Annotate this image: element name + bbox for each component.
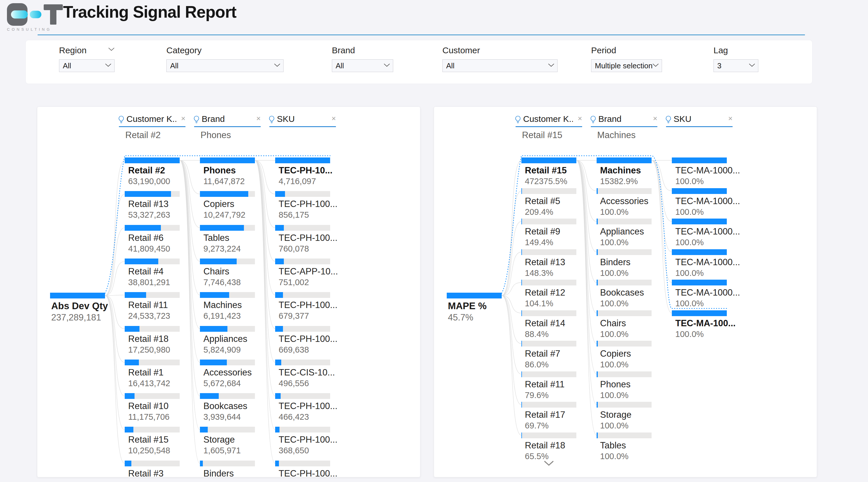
- node-bar-fill: [521, 188, 522, 194]
- filter-dropdown-category[interactable]: All: [166, 59, 283, 72]
- tree-node[interactable]: Accessories100.0%: [597, 188, 669, 217]
- tree-node[interactable]: TEC-MA-100...100.0%: [672, 310, 744, 339]
- tree-node[interactable]: TEC-MA-1000...100.0%: [672, 218, 744, 247]
- tree-node[interactable]: TEC-CIS-10...496,556: [275, 360, 347, 388]
- node-bar: [200, 326, 255, 332]
- node-value: 100.0%: [600, 391, 669, 400]
- tree-node[interactable]: Retail #15472375.5%: [521, 157, 594, 186]
- tree-node[interactable]: Retail #263,190,000: [125, 157, 197, 186]
- tree-node[interactable]: Retail #1124,533,723: [125, 292, 197, 321]
- lightbulb-icon[interactable]: [118, 115, 125, 126]
- tree-node[interactable]: Retail #12104.1%: [521, 280, 594, 308]
- tree-node[interactable]: Machines6,191,423: [200, 292, 272, 321]
- tree-node[interactable]: Storage100.0%: [597, 402, 669, 430]
- tree-node[interactable]: TEC-PH-100...679,377: [275, 292, 347, 321]
- node-value: 100.0%: [675, 268, 744, 278]
- root-node[interactable]: MAPE %45.7%: [447, 293, 519, 323]
- tree-node[interactable]: Phones100.0%: [597, 371, 669, 400]
- tree-node[interactable]: Bookcases3,939,644: [200, 393, 272, 422]
- tree-node[interactable]: Retail #9149.4%: [521, 218, 594, 247]
- lightbulb-icon[interactable]: [665, 115, 672, 126]
- node-bar: [275, 191, 330, 197]
- tree-node[interactable]: Copiers10,247,792: [200, 191, 272, 220]
- tree-node[interactable]: TEC-MA-1000...100.0%: [672, 157, 744, 186]
- node-bar-fill: [521, 218, 522, 224]
- tree-node[interactable]: Retail #1488.4%: [521, 310, 594, 339]
- tree-node[interactable]: Accessories5,672,684: [200, 360, 272, 388]
- node-name: Retail #11: [525, 379, 594, 390]
- node-bar: [521, 157, 576, 163]
- tree-node[interactable]: Retail #3: [125, 460, 197, 477]
- node-bar: [597, 188, 652, 194]
- more-chevron-icon[interactable]: [544, 460, 554, 468]
- tree-node[interactable]: Retail #5209.4%: [521, 188, 594, 217]
- tree-node[interactable]: Phones11,647,872: [200, 157, 272, 186]
- tree-node[interactable]: Tables100.0%: [597, 432, 669, 461]
- tree-node[interactable]: TEC-MA-1000...100.0%: [672, 280, 744, 308]
- tree-node[interactable]: Retail #13148.3%: [521, 249, 594, 278]
- node-bar-fill: [597, 157, 652, 163]
- node-name: TEC-CIS-10...: [279, 367, 347, 378]
- node-name: TEC-MA-1000...: [675, 227, 744, 237]
- lightbulb-icon[interactable]: [590, 115, 597, 126]
- tree-node[interactable]: Chairs100.0%: [597, 310, 669, 339]
- tree-node[interactable]: TEC-PH-100...: [275, 460, 347, 477]
- node-bar: [597, 402, 652, 408]
- filter-label: Region: [59, 46, 115, 55]
- tree-node[interactable]: Retail #1817,250,980: [125, 326, 197, 355]
- lightbulb-icon[interactable]: [193, 115, 200, 126]
- close-icon[interactable]: ×: [578, 115, 582, 122]
- tree-node[interactable]: Binders100.0%: [597, 249, 669, 278]
- tree-node[interactable]: Retail #1011,175,706: [125, 393, 197, 422]
- node-bar: [521, 188, 576, 194]
- root-node[interactable]: Abs Dev Qty237,289,181: [50, 293, 122, 323]
- tree-node[interactable]: Retail #116,413,742: [125, 360, 197, 388]
- tree-node[interactable]: TEC-PH-10...4,716,097: [275, 157, 347, 186]
- filter-dropdown-region[interactable]: All: [59, 59, 115, 72]
- tree-node[interactable]: TEC-MA-1000...100.0%: [672, 188, 744, 217]
- tree-node[interactable]: Appliances100.0%: [597, 218, 669, 247]
- node-name: Retail #18: [525, 440, 594, 451]
- close-icon[interactable]: ×: [181, 115, 185, 122]
- node-name: Chairs: [204, 266, 272, 277]
- node-name: TEC-PH-10...: [279, 165, 347, 176]
- node-name: Retail #15: [128, 434, 197, 445]
- filter-dropdown-customer[interactable]: All: [442, 59, 558, 72]
- node-bar: [275, 225, 330, 231]
- tree-node[interactable]: Retail #1353,327,263: [125, 191, 197, 220]
- tree-node[interactable]: Chairs7,746,438: [200, 259, 272, 287]
- filter-dropdown-brand[interactable]: All: [332, 59, 393, 72]
- tree-node[interactable]: Machines15382.9%: [597, 157, 669, 186]
- tree-node[interactable]: Retail #1865.5%: [521, 432, 594, 461]
- tree-node[interactable]: Bookcases100.0%: [597, 280, 669, 308]
- close-icon[interactable]: ×: [332, 115, 336, 122]
- filter-dropdown-lag[interactable]: 3: [713, 59, 758, 72]
- close-icon[interactable]: ×: [256, 115, 261, 122]
- close-icon[interactable]: ×: [728, 115, 733, 122]
- tree-node[interactable]: TEC-PH-100...856,175: [275, 191, 347, 220]
- logo-t-mark: [44, 3, 59, 26]
- tree-node[interactable]: Appliances5,824,909: [200, 326, 272, 355]
- chevron-down-icon[interactable]: [108, 47, 115, 52]
- tree-node[interactable]: TEC-PH-100...669,638: [275, 326, 347, 355]
- tree-node[interactable]: Storage1,605,971: [200, 427, 272, 455]
- tree-node[interactable]: TEC-PH-100...760,078: [275, 225, 347, 253]
- tree-node[interactable]: Retail #438,801,291: [125, 259, 197, 287]
- tree-node[interactable]: TEC-PH-100...466,423: [275, 393, 347, 422]
- tree-node[interactable]: TEC-APP-10...751,002: [275, 259, 347, 287]
- tree-node[interactable]: Retail #1769.7%: [521, 402, 594, 430]
- tree-node[interactable]: TEC-PH-100...368,650: [275, 427, 347, 455]
- tree-node[interactable]: Copiers100.0%: [597, 341, 669, 369]
- tree-node[interactable]: Retail #641,809,450: [125, 225, 197, 253]
- node-bar-fill: [597, 188, 598, 194]
- tree-node[interactable]: Retail #1179.6%: [521, 371, 594, 400]
- tree-node[interactable]: Binders: [200, 460, 272, 477]
- tree-node[interactable]: Retail #786.0%: [521, 341, 594, 369]
- tree-node[interactable]: Retail #1510,250,548: [125, 427, 197, 455]
- lightbulb-icon[interactable]: [268, 115, 275, 126]
- close-icon[interactable]: ×: [653, 115, 657, 122]
- tree-node[interactable]: TEC-MA-1000...100.0%: [672, 249, 744, 278]
- tree-node[interactable]: Tables9,273,224: [200, 225, 272, 253]
- filter-dropdown-period[interactable]: Multiple selections: [591, 59, 662, 72]
- lightbulb-icon[interactable]: [515, 115, 521, 126]
